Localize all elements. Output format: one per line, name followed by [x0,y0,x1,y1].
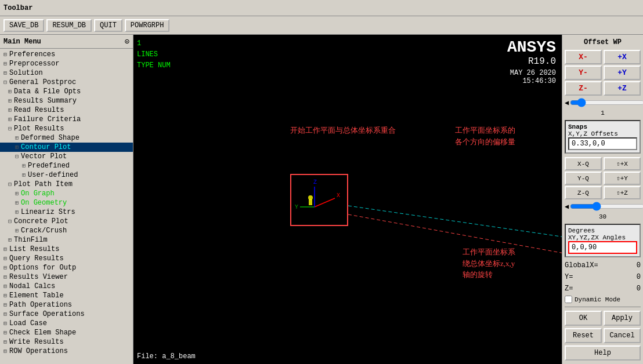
yq-button[interactable]: Y-Q [565,172,602,185]
tree-prefix-results-summary: ⊞ [8,97,12,104]
svg-line-8 [348,206,562,238]
canvas-time: 15:46:30 [507,77,556,85]
slider2[interactable] [570,202,643,211]
sidebar-item-vector-plot[interactable]: ⊟Vector Plot [0,152,133,161]
sidebar-item-crack-crush[interactable]: ⊞Crack/Crush [0,226,133,235]
sidebar-collapse-icon[interactable]: ⊙ [125,37,129,46]
sidebar-item-label-thinfilm: ThinFilm [14,236,48,244]
sidebar-item-plot-results[interactable]: ⊟Plot Results [0,124,133,133]
xq-button[interactable]: X-Q [565,157,602,170]
sidebar-item-path-operations[interactable]: ⊞Path Operations [0,300,133,310]
slider1[interactable] [570,98,643,107]
toolbar-label: Toolbar [3,4,32,12]
tree-prefix-path-operations: ⊞ [3,301,7,308]
sidebar-item-results-viewer[interactable]: ⊞Results Viewer [0,272,133,282]
tree-prefix-results-viewer: ⊞ [3,274,7,281]
cancel-button[interactable]: Cancel [604,328,641,343]
ann3-line1: 工作平面坐标系的 [455,125,515,136]
sidebar-item-predefined[interactable]: ⊞Predefined [0,161,133,170]
x-minus-button[interactable]: X- [565,50,602,64]
dynamic-mode-label: Dynamic Mode [575,296,620,303]
apply-button[interactable]: Apply [604,311,641,326]
sidebar-item-contour-plot[interactable]: ⊞Contour Plot [0,143,133,152]
sidebar-item-user-defined[interactable]: ⊞User-defined [0,170,133,180]
svg-line-9 [348,214,562,267]
toolbar: Toolbar [0,0,643,16]
sidebar-item-label-deformed-shape: Deformed Shape [21,134,80,142]
sidebar-item-write-results[interactable]: ⊞Write Results [0,337,133,347]
sidebar-item-lineariz-strs[interactable]: ⊞Lineariz Strs [0,208,133,217]
tree-prefix-vector-plot: ⊟ [15,153,19,160]
sidebar-item-on-geometry[interactable]: ⊞On Geometry [0,198,133,208]
sidebar-item-label-nodal-calcs: Nodal Calcs [9,282,55,290]
toolbar-buttons: SAVE_DB RESUM_DB QUIT POWRGRPH [0,16,643,35]
angles-section: Degrees XY,YZ,ZX Angles [565,224,641,257]
ok-button[interactable]: OK [565,311,602,326]
sidebar-item-label-row-operations: ROW Operations [9,347,68,355]
xyz-offsets-input[interactable] [568,137,637,150]
sidebar-item-row-operations[interactable]: ⊞ROW Operations [0,347,133,356]
x-plus-button[interactable]: +X [604,50,641,64]
ansys-version: R19.0 [507,56,556,67]
sidebar-item-label-preprocessor: Preprocessor [9,60,59,68]
sidebar-item-read-results[interactable]: ⊞Read Results [0,105,133,115]
sidebar-item-query-results[interactable]: ⊞Query Results [0,254,133,263]
z-plus-button[interactable]: +Z [604,81,641,96]
sidebar-item-plot-path-item[interactable]: ⊟Plot Path Item [0,180,133,189]
sidebar-item-concrete-plot[interactable]: ⊟Concrete Plot [0,217,133,226]
xq2-button[interactable]: ⇧+X [604,157,641,170]
help-button[interactable]: Help [565,345,641,361]
tree-prefix-deformed-shape: ⊞ [15,134,19,141]
sidebar-item-load-case[interactable]: ⊞Load Case [0,319,133,328]
sidebar-item-label-data-file-opts: Data & File Opts [14,88,81,96]
slider1-arrow-left[interactable]: ◀ [565,99,569,107]
sidebar-item-preprocessor[interactable]: ⊞Preprocessor [0,59,133,68]
sidebar-item-thinfilm[interactable]: ⊞ThinFilm [0,235,133,245]
sidebar-item-deformed-shape[interactable]: ⊞Deformed Shape [0,133,133,143]
quit-button[interactable]: QUIT [94,19,122,32]
zq-button[interactable]: Z-Q [565,186,602,199]
sidebar-item-label-read-results: Read Results [14,106,64,114]
tree-prefix-plot-path-item: ⊟ [8,181,12,188]
model-box: X Y Z [290,174,348,226]
sidebar-item-results-summary[interactable]: ⊞Results Summary [0,96,133,105]
sidebar-item-failure-criteria[interactable]: ⊞Failure Criteria [0,115,133,124]
sidebar-item-preferences[interactable]: ⊞Preferences [0,50,133,59]
tree-prefix-concrete-plot: ⊟ [8,218,12,225]
sidebar-item-on-graph[interactable]: ⊞On Graph [0,189,133,198]
sidebar: Main Menu ⊙ ⊞Preferences⊞Preprocessor⊞So… [0,35,133,364]
canvas-top-right: ANSYS R19.0 MAY 26 2020 15:46:30 [507,38,556,85]
reset-button[interactable]: Reset [565,328,602,343]
global-z-row: Z= 0 [565,284,641,293]
sidebar-item-surface-operations[interactable]: ⊞Surface Operations [0,310,133,319]
powrgrph-button[interactable]: POWRGRPH [125,19,170,32]
slider2-arrow-left[interactable]: ◀ [565,202,569,211]
y-plus-button[interactable]: +Y [604,65,641,80]
sidebar-item-label-write-results: Write Results [9,338,64,346]
sidebar-item-label-plot-results: Plot Results [14,125,64,133]
xy-yz-zx-input[interactable] [568,241,637,254]
sidebar-item-solution[interactable]: ⊞Solution [0,68,133,78]
sidebar-item-list-results[interactable]: ⊞List Results [0,245,133,254]
yq2-button[interactable]: ⇧+Y [604,172,641,185]
x-buttons-row: X- +X [565,50,641,64]
sidebar-item-options-for-outp[interactable]: ⊞Options for Outp [0,263,133,272]
canvas-labels: 1 LINES TYPE NUM [137,38,171,72]
y-minus-button[interactable]: Y- [565,65,602,80]
sidebar-item-label-options-for-outp: Options for Outp [9,264,76,272]
dynamic-mode-checkbox[interactable] [565,296,572,303]
sidebar-item-data-file-opts[interactable]: ⊞Data & File Opts [0,87,133,96]
sidebar-item-label-query-results: Query Results [9,254,64,263]
tree-prefix-write-results: ⊞ [3,338,7,345]
z-minus-button[interactable]: Z- [565,81,602,96]
save-db-button[interactable]: SAVE_DB [3,19,44,32]
zq2-button[interactable]: ⇧+Z [604,186,641,199]
tree-prefix-failure-criteria: ⊞ [8,116,12,123]
sidebar-item-general-postproc[interactable]: ⊟General Postproc [0,78,133,87]
slider2-value: 30 [565,213,641,220]
sidebar-item-check-elem-shape[interactable]: ⊞Check Elem Shape [0,328,133,337]
resum-db-button[interactable]: RESUM_DB [46,19,92,32]
sidebar-item-element-table[interactable]: ⊞Element Table [0,291,133,300]
tree-prefix-lineariz-strs: ⊞ [15,209,19,216]
sidebar-item-nodal-calcs[interactable]: ⊞Nodal Calcs [0,282,133,291]
